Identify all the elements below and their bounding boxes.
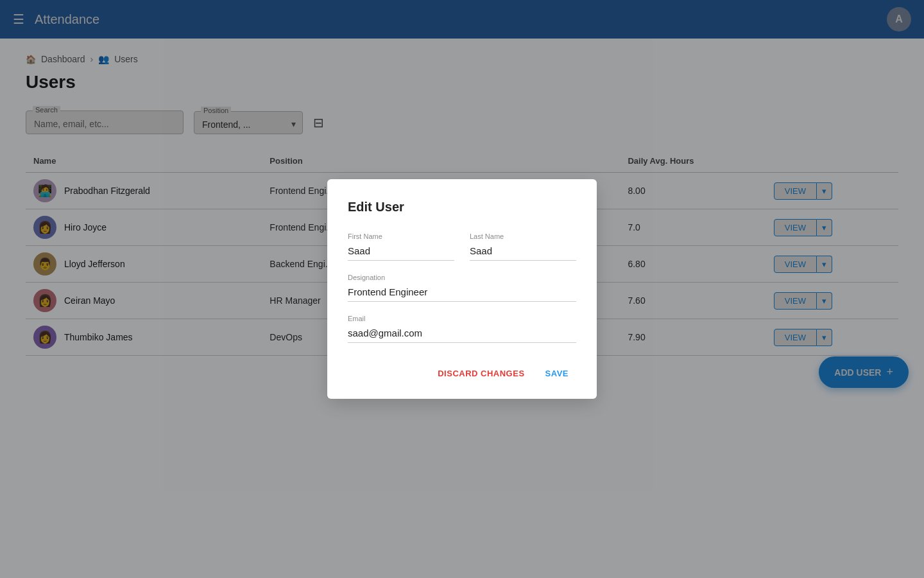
first-name-label: First Name [348, 232, 454, 240]
first-name-group: First Name [348, 232, 454, 261]
name-row: First Name Last Name [348, 232, 576, 261]
last-name-label: Last Name [470, 232, 576, 240]
last-name-input[interactable] [470, 243, 576, 261]
email-input[interactable] [348, 325, 576, 343]
first-name-input[interactable] [348, 243, 454, 261]
modal-title: Edit User [348, 200, 576, 215]
discard-changes-button[interactable]: DISCARD CHANGES [430, 363, 532, 383]
modal-overlay[interactable]: Edit User First Name Last Name Designati… [0, 0, 924, 578]
designation-input[interactable] [348, 284, 576, 302]
edit-user-modal: Edit User First Name Last Name Designati… [327, 179, 597, 399]
email-group: Email [348, 315, 576, 343]
email-label: Email [348, 315, 576, 322]
designation-group: Designation [348, 274, 576, 302]
last-name-group: Last Name [470, 232, 576, 261]
save-button[interactable]: SAVE [538, 363, 576, 383]
designation-label: Designation [348, 274, 576, 281]
modal-actions: DISCARD CHANGES SAVE [348, 356, 576, 383]
